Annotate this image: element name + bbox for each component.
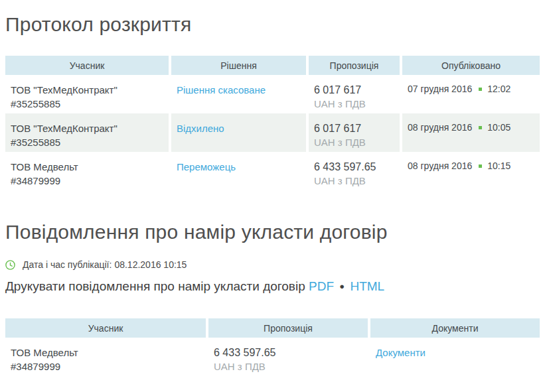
proposal-cell: 6 017 617 UAH з ПДВ [309, 113, 400, 152]
publication-date-line: Дата і час публікації: 08.12.2016 10:15 [5, 259, 540, 270]
decision-cell: Рішення скасоване [171, 75, 306, 113]
green-dot-separator [479, 126, 482, 129]
participant-id: #34879999 [11, 174, 163, 188]
intent-table: Учасник Пропозиція Документи ТОВ Медвель… [5, 318, 540, 376]
published-date: 07 грудня 2016 [408, 84, 472, 94]
column-header-participant: Учасник [5, 318, 206, 338]
participant-id: #35255885 [11, 97, 163, 111]
green-dot-separator [479, 88, 482, 91]
decision-link[interactable]: Відхилено [177, 123, 224, 134]
proposal-amount: 6 433 597.65 [314, 160, 394, 174]
proposal-currency: UAH з ПДВ [314, 135, 394, 149]
published-date: 08 грудня 2016 [408, 122, 472, 133]
proposal-amount: 6 017 617 [314, 121, 394, 135]
decision-cell: Відхилено [171, 113, 306, 152]
bullet-separator: ● [339, 281, 345, 291]
clock-icon [5, 260, 15, 270]
published-cell: 07 грудня 201612:02 [402, 75, 540, 113]
column-header-participant: Учасник [5, 56, 169, 75]
participant-cell: ТОВ "ТехМедКонтракт" #35255885 [5, 75, 169, 113]
print-pdf-link[interactable]: PDF [309, 279, 334, 293]
publication-date-label: Дата і час публікації: [23, 259, 112, 270]
proposal-cell: 6 433 597.65 UAH з ПДВ [208, 338, 368, 376]
participant-id: #35255885 [11, 135, 163, 149]
disclosure-protocol-title: Протокол розкриття [5, 12, 540, 37]
intent-notice-title: Повідомлення про намір укласти договір [5, 220, 540, 245]
published-time: 12:02 [487, 84, 510, 94]
participant-name: ТОВ "ТехМедКонтракт" [11, 83, 163, 97]
column-header-documents: Документи [370, 318, 540, 338]
published-cell: 08 грудня 201610:15 [402, 152, 540, 190]
proposal-amount: 6 017 617 [314, 83, 394, 97]
disclosure-table: Учасник Рішення Пропозиція Опубліковано … [5, 56, 540, 190]
documents-cell: Документи [370, 338, 540, 376]
participant-name: ТОВ Медвельт [11, 160, 163, 174]
publication-date-value: 08.12.2016 10:15 [114, 259, 187, 270]
print-html-link[interactable]: HTML [350, 279, 384, 293]
decision-cell: Переможець [171, 152, 306, 190]
page: Протокол розкриття Учасник Рішення Пропо… [0, 12, 545, 376]
decision-link[interactable]: Переможець [177, 161, 236, 172]
participant-id: #34879999 [11, 359, 200, 373]
proposal-currency: UAH з ПДВ [314, 174, 394, 188]
participant-cell: ТОВ "ТехМедКонтракт" #35255885 [5, 113, 169, 152]
published-date: 08 грудня 2016 [408, 161, 472, 171]
proposal-cell: 6 017 617 UAH з ПДВ [309, 75, 400, 113]
participant-cell: ТОВ Медвельт #34879999 [5, 338, 206, 376]
published-time: 10:05 [487, 122, 510, 133]
table-row: ТОВ Медвельт #34879999 Переможець 6 433 … [5, 152, 540, 190]
decision-link[interactable]: Рішення скасоване [177, 84, 266, 96]
published-cell: 08 грудня 201610:05 [402, 113, 540, 152]
participant-name: ТОВ Медвельт [11, 346, 200, 359]
proposal-currency: UAH з ПДВ [314, 97, 394, 111]
column-header-proposal: Пропозиція [309, 56, 400, 75]
print-notice-text: Друкувати повідомлення про намір укласти… [5, 279, 305, 293]
column-header-published: Опубліковано [402, 56, 540, 75]
proposal-amount: 6 433 597.65 [214, 346, 362, 359]
table-row: ТОВ Медвельт #34879999 6 433 597.65 UAH … [5, 338, 540, 376]
green-dot-separator [479, 164, 482, 168]
disclosure-table-header: Учасник Рішення Пропозиція Опубліковано [5, 56, 540, 75]
proposal-cell: 6 433 597.65 UAH з ПДВ [309, 152, 400, 190]
proposal-currency: UAH з ПДВ [214, 359, 362, 373]
table-row: ТОВ "ТехМедКонтракт" #35255885 Відхилено… [5, 113, 540, 152]
intent-table-header: Учасник Пропозиція Документи [5, 318, 540, 338]
column-header-proposal: Пропозиція [208, 318, 368, 338]
print-notice-line: Друкувати повідомлення про намір укласти… [5, 279, 540, 294]
table-row: ТОВ "ТехМедКонтракт" #35255885 Рішення с… [5, 75, 540, 113]
published-time: 10:15 [487, 161, 510, 171]
column-header-decision: Рішення [171, 56, 306, 75]
participant-name: ТОВ "ТехМедКонтракт" [11, 121, 163, 135]
participant-cell: ТОВ Медвельт #34879999 [5, 152, 169, 190]
documents-link[interactable]: Документи [376, 347, 426, 358]
